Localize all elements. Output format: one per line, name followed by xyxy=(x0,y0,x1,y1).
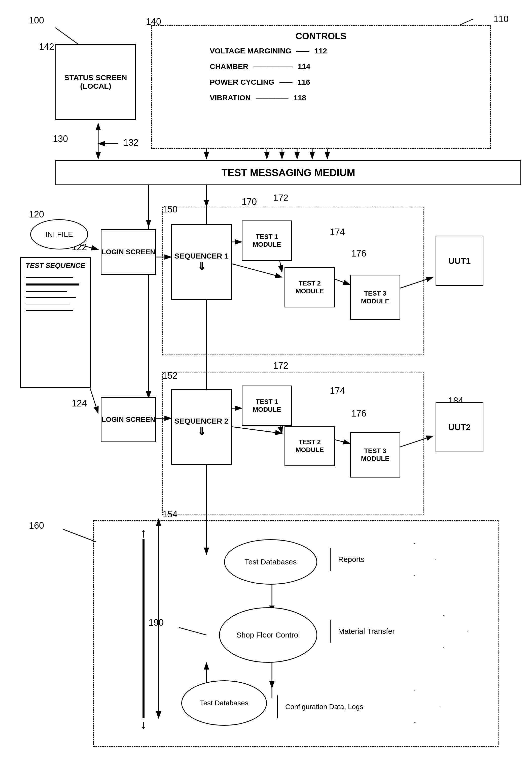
ref-132: 132 xyxy=(123,137,138,148)
status-screen-box: STATUS SCREEN (LOCAL) xyxy=(55,44,136,120)
test3-module-2-box: TEST 3 MODULE xyxy=(350,432,400,478)
ref-172b: 172 xyxy=(273,360,288,371)
vibration-label: VIBRATION xyxy=(210,93,251,102)
svg-line-3 xyxy=(55,28,78,44)
test-databases-top-oval: Test Databases xyxy=(224,539,317,585)
big-double-arrow: ↑ ↓ xyxy=(136,527,151,731)
ref-118-inline: 118 xyxy=(293,93,306,102)
ref-142: 142 xyxy=(39,41,54,52)
sequencer-1-box: SEQUENCER 1 ⇓ xyxy=(171,224,232,300)
svg-line-39 xyxy=(63,529,96,542)
test-sequence-label: TEST SEQUENCE xyxy=(21,258,90,275)
ref-124: 124 xyxy=(72,398,87,409)
ref-114-inline: 114 xyxy=(297,62,310,71)
ini-file-oval: INI FILE xyxy=(30,219,88,250)
ref-160: 160 xyxy=(29,520,44,531)
controls-outer-title: CONTROLS xyxy=(159,31,483,41)
ref-130: 130 xyxy=(53,134,68,144)
config-data-arrow: Configuration Data, Logs xyxy=(277,690,441,723)
ref-112-inline: 112 xyxy=(314,47,327,55)
ref-172a: 172 xyxy=(273,193,288,204)
ref-100: 100 xyxy=(29,15,44,26)
ref-120: 120 xyxy=(29,209,44,220)
test-messaging-box: TEST MESSAGING MEDIUM xyxy=(55,160,521,185)
test1-module-1-box: TEST 1 MODULE xyxy=(242,220,292,261)
sequencer-2-box: SEQUENCER 2 ⇓ xyxy=(171,389,232,465)
test2-module-2-box: TEST 2 MODULE xyxy=(285,426,335,466)
voltage-margining-label: VOLTAGE MARGINING xyxy=(210,47,291,55)
uut2-box: UUT2 xyxy=(436,402,483,452)
test-databases-bottom-oval: Test Databases xyxy=(181,680,267,726)
login-screen-2-box: LOGIN SCREEN xyxy=(101,397,156,442)
ref-116-inline: 116 xyxy=(297,78,310,87)
chamber-label: CHAMBER xyxy=(210,62,248,71)
login-screen-1-box: LOGIN SCREEN xyxy=(101,229,156,275)
shop-floor-control-oval: Shop Floor Control xyxy=(219,607,317,663)
controls-outer-box: CONTROLS VOLTAGE MARGINING —— 112 CHAMBE… xyxy=(151,25,491,149)
test1-module-2-box: TEST 1 MODULE xyxy=(242,385,292,426)
test-sequence-box: TEST SEQUENCE xyxy=(20,257,91,388)
material-transfer-arrow: Material Transfer xyxy=(330,615,468,648)
test2-module-1-box: TEST 2 MODULE xyxy=(285,267,335,308)
test3-module-1-box: TEST 3 MODULE xyxy=(350,275,400,320)
reports-arrow: Reports xyxy=(330,543,436,576)
ref-170: 170 xyxy=(242,197,257,207)
power-cycling-label: POWER CYCLING xyxy=(210,78,274,87)
ref-110: 110 xyxy=(494,14,508,25)
uut1-box: UUT1 xyxy=(436,236,483,286)
